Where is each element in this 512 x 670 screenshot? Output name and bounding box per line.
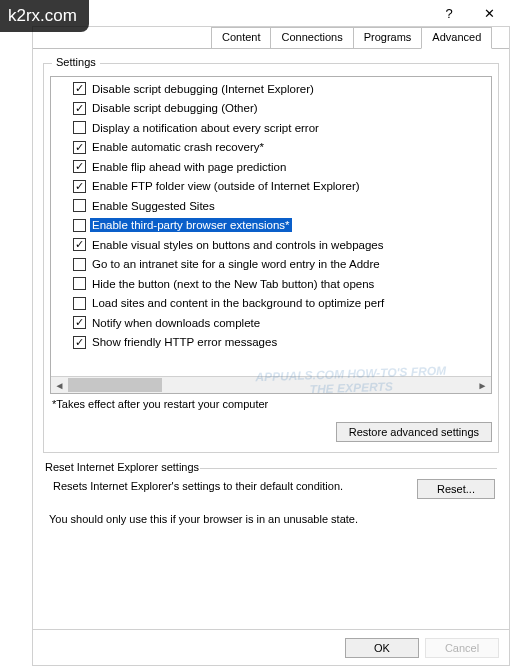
cancel-button[interactable]: Cancel [425, 638, 499, 658]
settings-item-label: Notify when downloads complete [90, 316, 262, 330]
titlebar-controls: ? ✕ [430, 2, 508, 24]
scroll-left-button[interactable]: ◄ [51, 377, 68, 393]
settings-item-label: Load sites and content in the background… [90, 296, 386, 310]
tab-content[interactable]: Content [211, 27, 272, 48]
checkbox[interactable] [73, 121, 86, 134]
settings-item-label: Go to an intranet site for a single word… [90, 257, 382, 271]
reset-legend: Reset Internet Explorer settings [45, 461, 497, 473]
settings-item[interactable]: Go to an intranet site for a single word… [73, 255, 491, 275]
settings-item[interactable]: Hide the button (next to the New Tab but… [73, 274, 491, 294]
settings-item-label: Display a notification about every scrip… [90, 121, 321, 135]
checkbox[interactable] [73, 82, 86, 95]
settings-group: Settings APPUALS.COM HOW-TO'S FROM THE E… [43, 63, 499, 453]
reset-note: You should only use this if your browser… [49, 513, 495, 525]
reset-description: Resets Internet Explorer's settings to t… [53, 479, 405, 493]
checkbox[interactable] [73, 180, 86, 193]
checkbox[interactable] [73, 219, 86, 232]
scroll-thumb[interactable] [68, 378, 162, 392]
restart-footnote: *Takes effect after you restart your com… [52, 398, 490, 410]
checkbox[interactable] [73, 277, 86, 290]
reset-section: Reset Internet Explorer settings Resets … [43, 461, 499, 525]
settings-item-label: Hide the button (next to the New Tab but… [90, 277, 376, 291]
settings-item-label: Enable Suggested Sites [90, 199, 217, 213]
checkbox[interactable] [73, 297, 86, 310]
internet-options-dialog: General Security Privacy Content Connect… [32, 26, 510, 666]
help-button[interactable]: ? [430, 2, 468, 24]
settings-item-label: Enable flip ahead with page prediction [90, 160, 288, 174]
settings-item[interactable]: Notify when downloads complete [73, 313, 491, 333]
close-button[interactable]: ✕ [470, 2, 508, 24]
settings-item[interactable]: Enable Suggested Sites [73, 196, 491, 216]
tab-connections[interactable]: Connections [270, 27, 353, 48]
checkbox[interactable] [73, 141, 86, 154]
settings-item-label: Enable automatic crash recovery* [90, 140, 266, 154]
settings-item-label: Enable third-party browser extensions* [90, 218, 292, 232]
checkbox[interactable] [73, 316, 86, 329]
advanced-panel: Settings APPUALS.COM HOW-TO'S FROM THE E… [33, 49, 509, 531]
site-watermark: k2rx.com [0, 0, 89, 32]
tab-advanced[interactable]: Advanced [421, 27, 492, 49]
settings-item-label: Enable visual styles on buttons and cont… [90, 238, 386, 252]
settings-item[interactable]: Show friendly HTTP error messages [73, 333, 491, 353]
settings-item[interactable]: Enable FTP folder view (outside of Inter… [73, 177, 491, 197]
settings-item[interactable]: Disable script debugging (Other) [73, 99, 491, 119]
scroll-right-button[interactable]: ► [474, 377, 491, 393]
settings-legend: Settings [52, 56, 100, 68]
settings-item[interactable]: Enable third-party browser extensions* [73, 216, 491, 236]
tab-programs[interactable]: Programs [353, 27, 423, 48]
settings-item[interactable]: Enable flip ahead with page prediction [73, 157, 491, 177]
checkbox[interactable] [73, 336, 86, 349]
settings-item[interactable]: Enable visual styles on buttons and cont… [73, 235, 491, 255]
settings-item-label: Enable FTP folder view (outside of Inter… [90, 179, 362, 193]
settings-item-label: Disable script debugging (Other) [90, 101, 260, 115]
ok-button[interactable]: OK [345, 638, 419, 658]
settings-item[interactable]: Disable script debugging (Internet Explo… [73, 79, 491, 99]
settings-item-label: Disable script debugging (Internet Explo… [90, 82, 316, 96]
dialog-footer: OK Cancel [33, 629, 509, 665]
settings-item[interactable]: Display a notification about every scrip… [73, 118, 491, 138]
checkbox[interactable] [73, 160, 86, 173]
checkbox[interactable] [73, 238, 86, 251]
settings-item[interactable]: Enable automatic crash recovery* [73, 138, 491, 158]
scroll-track[interactable] [68, 377, 474, 393]
restore-advanced-button[interactable]: Restore advanced settings [336, 422, 492, 442]
settings-item-label: Show friendly HTTP error messages [90, 335, 279, 349]
tab-strip: General Security Privacy Content Connect… [33, 27, 509, 49]
checkbox[interactable] [73, 258, 86, 271]
horizontal-scrollbar[interactable]: ◄ ► [51, 376, 491, 393]
reset-button[interactable]: Reset... [417, 479, 495, 499]
checkbox[interactable] [73, 199, 86, 212]
checkbox[interactable] [73, 102, 86, 115]
settings-listbox[interactable]: APPUALS.COM HOW-TO'S FROM THE EXPERTS Di… [50, 76, 492, 394]
settings-item[interactable]: Load sites and content in the background… [73, 294, 491, 314]
